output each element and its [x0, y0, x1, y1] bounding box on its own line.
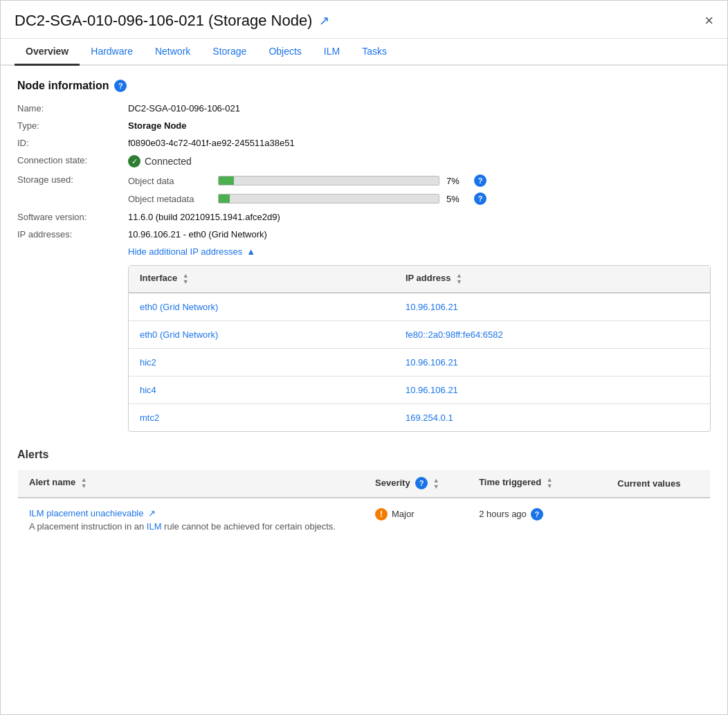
object-data-row: Object data 7% ?: [128, 174, 486, 187]
name-row: Name: DC2-SGA-010-096-106-021: [17, 103, 711, 114]
ilm-link[interactable]: ILM: [147, 521, 162, 532]
connection-state-row: Connection state: ✓ Connected: [17, 155, 711, 168]
interface-cell: hic2: [129, 349, 394, 377]
alert-row: ILM placement unachievable ↗ A placement…: [18, 498, 711, 542]
object-data-label: Object data: [128, 176, 211, 186]
tab-ilm[interactable]: ILM: [313, 39, 351, 66]
object-data-pct: 7%: [446, 176, 467, 186]
storage-used-label: Storage used:: [17, 174, 128, 185]
ip-cell: 10.96.106.21: [394, 349, 710, 377]
severity-help-icon[interactable]: ?: [415, 477, 428, 489]
ip-sort-icon[interactable]: ▲▼: [456, 273, 462, 285]
modal-title: DC2-SGA-010-096-106-021 (Storage Node) ↗: [15, 12, 329, 30]
ip-addresses-row: IP addresses: 10.96.106.21 - eth0 (Grid …: [17, 229, 711, 239]
object-metadata-help-icon[interactable]: ?: [474, 192, 486, 205]
interface-cell: eth0 (Grid Network): [129, 321, 394, 349]
node-info-help-icon[interactable]: ?: [114, 80, 127, 92]
severity-cell: ! Major: [364, 498, 468, 542]
tab-tasks[interactable]: Tasks: [351, 39, 398, 66]
connection-state-label: Connection state:: [17, 155, 128, 165]
ip-table-container: Interface ▲▼ IP address ▲▼ eth0 (Grid Ne…: [128, 265, 711, 432]
ip-addresses-value: 10.96.106.21 - eth0 (Grid Network): [128, 229, 267, 239]
time-triggered-cell: 2 hours ago ?: [468, 498, 606, 542]
alert-name-link[interactable]: ILM placement unachievable ↗: [29, 508, 353, 518]
severity-label: Major: [392, 509, 415, 519]
ip-table-row: hic2 10.96.106.21: [129, 349, 710, 377]
object-data-progress-container: [218, 176, 439, 185]
alerts-col-name[interactable]: Alert name ▲▼: [18, 470, 365, 498]
severity-sort-icon[interactable]: ▲▼: [433, 478, 439, 490]
severity-major-icon: !: [375, 508, 388, 521]
ip-cell: 10.96.106.21: [394, 377, 710, 404]
type-label: Type:: [17, 120, 128, 131]
external-link-icon[interactable]: ↗: [319, 13, 329, 28]
tab-storage[interactable]: Storage: [201, 39, 257, 66]
ip-addresses-label: IP addresses:: [17, 229, 128, 239]
hide-ip-addresses-link[interactable]: Hide additional IP addresses ▲: [128, 246, 711, 257]
current-values-cell: [606, 498, 710, 542]
id-value: f0890e03-4c72-401f-ae92-245511a38e51: [128, 138, 295, 148]
alerts-table-header: Alert name ▲▼ Severity ? ▲▼ Time trigger…: [18, 470, 711, 498]
ip-table-row: mtc2 169.254.0.1: [129, 404, 710, 432]
alerts-col-severity[interactable]: Severity ? ▲▼: [364, 470, 468, 498]
ip-table: Interface ▲▼ IP address ▲▼ eth0 (Grid Ne…: [129, 266, 710, 431]
title-text: DC2-SGA-010-096-106-021 (Storage Node): [15, 12, 312, 30]
connected-check-icon: ✓: [128, 155, 140, 168]
tab-network[interactable]: Network: [144, 39, 201, 66]
id-label: ID:: [17, 138, 128, 148]
modal-header: DC2-SGA-010-096-106-021 (Storage Node) ↗…: [1, 1, 727, 39]
alerts-col-time[interactable]: Time triggered ▲▼: [468, 470, 606, 498]
ip-toggle-container: Hide additional IP addresses ▲: [128, 246, 711, 257]
alerts-col-current: Current values: [606, 470, 710, 498]
alert-name-sort-icon[interactable]: ▲▼: [81, 477, 87, 489]
id-row: ID: f0890e03-4c72-401f-ae92-245511a38e51: [17, 138, 711, 148]
ip-table-row: eth0 (Grid Network) fe80::2a0:98ff:fe64:…: [129, 321, 710, 349]
ip-cell: 169.254.0.1: [394, 404, 710, 432]
object-metadata-row: Object metadata 5% ?: [128, 192, 486, 205]
ip-table-body: eth0 (Grid Network) 10.96.106.21 eth0 (G…: [129, 293, 710, 431]
alerts-section-title: Alerts: [17, 449, 711, 461]
time-help-icon[interactable]: ?: [531, 508, 543, 521]
ip-cell: 10.96.106.21: [394, 293, 710, 321]
tab-bar: Overview Hardware Network Storage Object…: [1, 39, 727, 66]
alert-external-link-icon[interactable]: ↗: [148, 508, 156, 518]
tab-overview[interactable]: Overview: [15, 39, 80, 66]
object-metadata-progress-bar: [219, 194, 230, 203]
type-row: Type: Storage Node: [17, 120, 711, 131]
time-triggered-value: 2 hours ago ?: [479, 508, 595, 521]
storage-used-block: Object data 7% ? Object metadata 5% ?: [128, 174, 486, 205]
interface-sort-icon[interactable]: ▲▼: [183, 273, 189, 285]
chevron-up-icon: ▲: [246, 246, 255, 257]
connection-state-value: ✓ Connected: [128, 155, 192, 168]
ip-cell: fe80::2a0:98ff:fe64:6582: [394, 321, 710, 349]
content-area: Node information ? Name: DC2-SGA-010-096…: [1, 66, 727, 556]
close-button[interactable]: ×: [704, 13, 713, 28]
object-data-help-icon[interactable]: ?: [474, 174, 486, 187]
node-info-section-title: Node information ?: [17, 80, 711, 92]
ip-table-col-ip[interactable]: IP address ▲▼: [394, 266, 710, 293]
name-label: Name:: [17, 103, 128, 114]
object-metadata-label: Object metadata: [128, 194, 211, 204]
time-sort-icon[interactable]: ▲▼: [547, 477, 553, 489]
ip-table-row: hic4 10.96.106.21: [129, 377, 710, 404]
ip-table-header: Interface ▲▼ IP address ▲▼: [129, 266, 710, 293]
object-metadata-pct: 5%: [446, 194, 467, 204]
ip-table-row: eth0 (Grid Network) 10.96.106.21: [129, 293, 710, 321]
alerts-table-body: ILM placement unachievable ↗ A placement…: [18, 498, 711, 542]
ip-table-wrapper: Interface ▲▼ IP address ▲▼ eth0 (Grid Ne…: [128, 265, 711, 432]
storage-node-modal: DC2-SGA-010-096-106-021 (Storage Node) ↗…: [0, 0, 728, 715]
name-value: DC2-SGA-010-096-106-021: [128, 103, 240, 114]
tab-hardware[interactable]: Hardware: [80, 39, 144, 66]
alerts-table: Alert name ▲▼ Severity ? ▲▼ Time trigger…: [17, 469, 711, 542]
severity-major: ! Major: [375, 508, 457, 521]
alerts-section: Alerts Alert name ▲▼ Severity ? ▲▼: [17, 449, 711, 542]
software-version-value: 11.6.0 (build 20210915.1941.afce2d9): [128, 212, 280, 222]
connected-text: Connected: [145, 156, 192, 167]
storage-used-row: Storage used: Object data 7% ? Object me…: [17, 174, 711, 205]
object-metadata-progress-container: [218, 194, 439, 203]
tab-objects[interactable]: Objects: [257, 39, 312, 66]
ip-table-col-interface[interactable]: Interface ▲▼: [129, 266, 394, 293]
interface-cell: hic4: [129, 377, 394, 404]
software-version-label: Software version:: [17, 212, 128, 222]
type-value: Storage Node: [128, 120, 187, 131]
